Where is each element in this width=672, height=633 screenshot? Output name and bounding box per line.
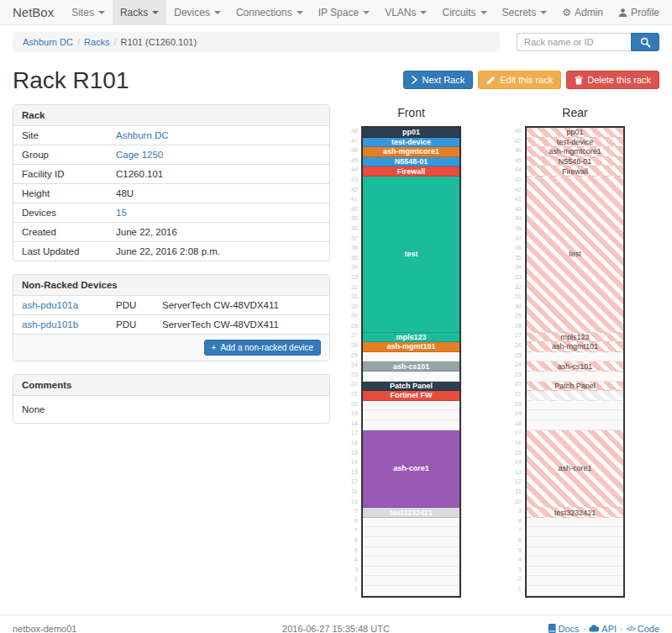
unit-number: 47 [346, 136, 361, 146]
rack-empty-unit [527, 372, 623, 382]
created-value: June 22, 2016 [116, 227, 177, 237]
rack-device[interactable]: mpls123 [363, 333, 459, 343]
nav-item-racks[interactable]: Racks [113, 0, 166, 24]
rack-device[interactable]: pp01 [363, 128, 459, 138]
unit-number: 24 [346, 360, 361, 370]
unit-number: 2 [346, 574, 361, 584]
last-updated-value: June 22, 2016 2:08 p.m. [116, 246, 220, 256]
edit-rack-button[interactable]: Edit this rack [478, 71, 561, 89]
group-link[interactable]: Cage 1250 [116, 150, 163, 160]
nav-item-vlans[interactable]: VLANs [377, 0, 434, 24]
rack-device[interactable]: Firewall [363, 166, 459, 177]
cloud-icon [589, 625, 599, 632]
rack-device[interactable]: ash-mgmt101 [363, 342, 459, 352]
rack-device[interactable]: test-device [363, 138, 459, 148]
nav-item-logout[interactable]: Log out [667, 0, 672, 24]
rack-device[interactable]: test [527, 177, 623, 333]
add-non-racked-device-button[interactable]: + Add a non-racked device [204, 340, 321, 356]
rack-device[interactable]: ash-mgmtcore1 [363, 147, 459, 157]
unit-number: 44 [510, 165, 525, 175]
unit-number: 42 [510, 185, 525, 195]
unit-number: 39 [346, 214, 361, 224]
unit-number: 16 [510, 438, 525, 448]
rack-device[interactable]: ash-core1 [527, 430, 623, 509]
rack-device[interactable]: ash-cs101 [363, 361, 459, 372]
front-title: Front [346, 106, 461, 119]
pencil-icon [486, 76, 496, 85]
unit-number: 23 [510, 370, 525, 380]
chevron-right-icon [412, 76, 417, 84]
rack-empty-unit [363, 420, 459, 430]
nav-item-circuits[interactable]: Circuits [434, 0, 494, 24]
unit-number: 29 [510, 311, 525, 321]
devices-count-link[interactable]: 15 [116, 208, 127, 218]
chevron-down-icon [540, 11, 547, 14]
next-rack-button[interactable]: Next Rack [403, 71, 473, 89]
api-link[interactable]: API [589, 624, 617, 633]
panel-title: Comments [13, 375, 329, 396]
device-link[interactable]: ash-pdu101b [22, 319, 78, 330]
rack-device[interactable]: Patch Panel [527, 382, 623, 392]
unit-number: 30 [510, 302, 525, 312]
unit-number: 7 [346, 525, 361, 535]
nav-item-devices[interactable]: Devices [166, 0, 228, 24]
rack-empty-unit [527, 420, 623, 430]
unit-number: 25 [510, 351, 525, 361]
unit-number: 10 [346, 497, 361, 507]
unit-number: 24 [510, 360, 525, 370]
unit-number: 4 [510, 555, 525, 565]
nav-item-sites[interactable]: Sites [64, 0, 113, 24]
site-link[interactable]: Ashburn DC [116, 130, 169, 140]
rack-device[interactable]: Patch Panel [363, 382, 459, 392]
code-icon: </> [627, 625, 635, 633]
rack-empty-unit [363, 567, 459, 577]
breadcrumb: Ashburn DC/Racks/R101 (C1260.101) [13, 32, 500, 52]
nav-item-admin[interactable]: ⚙ Admin [554, 0, 611, 24]
rack-device[interactable]: pp01 [527, 128, 623, 138]
nav-item-ip-space[interactable]: IP Space [311, 0, 377, 24]
docs-link[interactable]: Docs [548, 624, 580, 633]
unit-number: 21 [346, 389, 361, 399]
unit-number: 39 [510, 214, 525, 224]
nav-item-profile[interactable]: Profile [611, 0, 667, 24]
rack-device[interactable]: test3232421 [527, 508, 623, 518]
unit-number: 3 [510, 565, 525, 575]
unit-number: 41 [346, 194, 361, 204]
left-column: Rack SiteAshburn DC GroupCage 1250 Facil… [13, 104, 330, 436]
unit-number: 16 [346, 438, 361, 448]
rack-elevations: Front 4847464544434241403938373635343332… [330, 104, 659, 598]
rack-device[interactable]: mpls123 [527, 333, 623, 343]
rack-device[interactable]: N5548-01 [363, 157, 459, 167]
rack-device[interactable]: test [363, 177, 459, 333]
rack-device[interactable]: ash-mgmt101 [527, 342, 623, 352]
rack-device[interactable]: ash-mgmtcore1 [527, 147, 623, 157]
unit-number: 26 [346, 340, 361, 351]
nav-item-secrets[interactable]: Secrets [495, 0, 555, 24]
brand-logo[interactable]: NetBox [8, 0, 64, 24]
unit-number: 45 [510, 156, 525, 166]
delete-rack-button[interactable]: Delete this rack [566, 71, 659, 89]
unit-number: 5 [346, 546, 361, 556]
rack-empty-unit [527, 576, 623, 586]
rack-blocked-unit [527, 391, 623, 401]
breadcrumb-racks-link[interactable]: Racks [84, 37, 110, 47]
unit-number: 33 [510, 272, 525, 282]
rack-device[interactable]: Fortinet FW [363, 391, 459, 401]
search-button[interactable] [631, 33, 659, 51]
unit-number: 34 [346, 262, 361, 272]
rack-device[interactable]: Firewall [527, 166, 623, 177]
code-link[interactable]: </> Code [627, 624, 659, 633]
unit-number: 1 [510, 584, 525, 594]
rack-device[interactable]: ash-cs101 [527, 361, 623, 372]
rack-device[interactable]: N5548-01 [527, 157, 623, 167]
footer-links: Docs · API · </> Code [444, 624, 659, 633]
rack-device[interactable]: ash-core1 [363, 430, 459, 509]
rack-empty-unit [363, 586, 459, 596]
rack-device[interactable]: test-device [527, 138, 623, 148]
device-link[interactable]: ash-pdu101a [22, 300, 78, 310]
rack-device[interactable]: test3232421 [363, 508, 459, 518]
nav-item-connections[interactable]: Connections [228, 0, 311, 24]
search-input[interactable] [517, 33, 631, 51]
breadcrumb-site-link[interactable]: Ashburn DC [23, 37, 73, 47]
rack-empty-unit [363, 372, 459, 382]
